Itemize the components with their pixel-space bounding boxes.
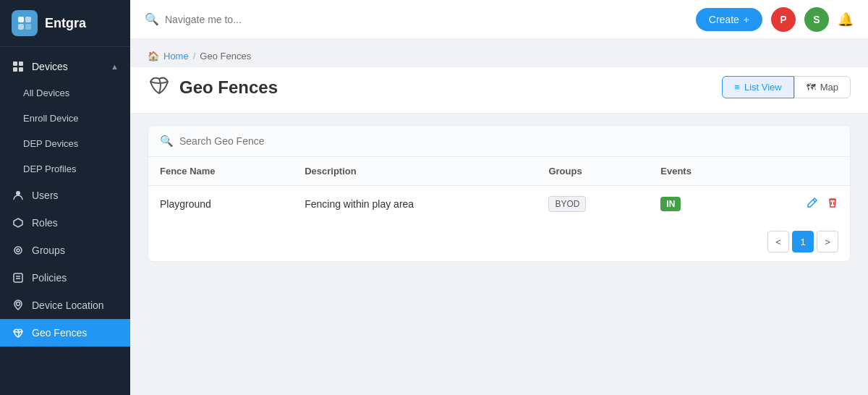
- cell-group: BYOD: [537, 186, 649, 223]
- list-view-button[interactable]: ≡ List View: [722, 76, 793, 98]
- sidebar-item-policies[interactable]: Policies: [0, 264, 130, 292]
- svg-marker-9: [14, 218, 22, 227]
- avatar-s[interactable]: S: [804, 7, 829, 32]
- page-title-row: Geo Fences: [148, 73, 278, 101]
- svg-point-15: [17, 302, 20, 306]
- pagination: < 1 >: [148, 222, 850, 261]
- notification-bell-icon[interactable]: 🔔: [838, 12, 854, 27]
- roles-label: Roles: [32, 217, 119, 229]
- cell-description: Fencing within play area: [293, 186, 537, 223]
- view-buttons: ≡ List View 🗺 Map: [722, 76, 851, 98]
- col-fence-name: Fence Name: [148, 157, 293, 186]
- logo-icon: [12, 10, 38, 36]
- create-button[interactable]: Create +: [696, 8, 762, 31]
- geo-fences-icon: [12, 326, 25, 339]
- svg-rect-4: [13, 61, 17, 66]
- svg-point-8: [16, 191, 20, 195]
- col-actions: [749, 157, 850, 186]
- cell-event: IN: [649, 186, 749, 223]
- enroll-device-label: Enroll Device: [23, 113, 119, 124]
- breadcrumb: 🏠 Home / Geo Fences: [130, 39, 868, 67]
- group-badge: BYOD: [548, 196, 586, 212]
- devices-chevron: ▲: [111, 62, 119, 71]
- policies-label: Policies: [32, 272, 119, 284]
- search-icon: 🔍: [145, 12, 159, 26]
- main-content: 🔍 Create + P S 🔔 🏠 Home / Geo Fences: [130, 0, 868, 395]
- dep-profiles-label: DEP Profiles: [23, 163, 119, 174]
- devices-icon: [12, 60, 25, 73]
- table-container: 🔍 Fence Name Description Groups Events: [148, 125, 851, 262]
- sidebar-item-devices[interactable]: Devices ▲: [0, 53, 130, 80]
- svg-rect-1: [25, 17, 31, 22]
- device-location-icon: [12, 299, 25, 312]
- page-title: Geo Fences: [179, 77, 278, 98]
- topbar-search-input[interactable]: [165, 14, 687, 25]
- svg-point-10: [14, 247, 22, 254]
- devices-label: Devices: [32, 61, 111, 72]
- geo-fences-label: Geo Fences: [32, 327, 119, 339]
- current-page-button[interactable]: 1: [792, 231, 814, 252]
- table-search-input[interactable]: [179, 135, 838, 147]
- create-plus-icon: +: [744, 14, 749, 25]
- breadcrumb-home[interactable]: Home: [163, 51, 189, 61]
- table-header-row: Fence Name Description Groups Events: [148, 157, 850, 186]
- groups-label: Groups: [32, 245, 119, 256]
- map-icon: 🗺: [807, 82, 816, 93]
- svg-rect-6: [13, 67, 17, 72]
- prev-page-button[interactable]: <: [767, 231, 789, 252]
- sidebar-nav: Devices ▲ All Devices Enroll Device DEP …: [0, 47, 130, 395]
- cell-fence-name: Playground: [148, 186, 293, 223]
- groups-icon: [12, 244, 25, 257]
- dep-devices-label: DEP Devices: [23, 138, 119, 149]
- svg-line-16: [813, 200, 815, 202]
- geo-fences-table: Fence Name Description Groups Events Pla…: [148, 157, 850, 222]
- sidebar: Entgra Devices ▲ All Devices Enroll Devi…: [0, 0, 130, 395]
- avatar-p[interactable]: P: [771, 7, 796, 32]
- sidebar-item-dep-devices[interactable]: DEP Devices: [0, 131, 130, 156]
- list-view-label: List View: [744, 82, 782, 93]
- roles-icon: [12, 216, 25, 229]
- topbar: 🔍 Create + P S 🔔: [130, 0, 868, 39]
- svg-rect-7: [19, 67, 23, 72]
- table-search-icon: 🔍: [160, 135, 174, 148]
- users-icon: [12, 189, 25, 202]
- logo-text: Entgra: [45, 16, 86, 31]
- svg-rect-0: [18, 17, 24, 22]
- all-devices-label: All Devices: [23, 88, 119, 98]
- sidebar-item-roles[interactable]: Roles: [0, 209, 130, 237]
- create-label: Create: [709, 14, 739, 25]
- col-description: Description: [293, 157, 537, 186]
- svg-rect-2: [18, 24, 24, 30]
- breadcrumb-separator: /: [193, 51, 196, 61]
- col-groups: Groups: [537, 157, 649, 186]
- users-label: Users: [32, 190, 119, 201]
- map-view-label: Map: [820, 82, 838, 93]
- sidebar-item-device-location[interactable]: Device Location: [0, 292, 130, 319]
- table-search-bar: 🔍: [148, 126, 850, 157]
- next-page-button[interactable]: >: [817, 231, 838, 252]
- sidebar-item-users[interactable]: Users: [0, 182, 130, 209]
- col-events: Events: [649, 157, 749, 186]
- policies-icon: [12, 271, 25, 284]
- sidebar-logo: Entgra: [0, 0, 130, 47]
- svg-rect-12: [14, 273, 22, 282]
- edit-icon[interactable]: [807, 197, 818, 211]
- svg-point-11: [17, 249, 20, 252]
- table-row: Playground Fencing within play area BYOD…: [148, 186, 850, 223]
- sidebar-item-dep-profiles[interactable]: DEP Profiles: [0, 156, 130, 182]
- delete-icon[interactable]: [827, 197, 838, 211]
- sidebar-item-groups[interactable]: Groups: [0, 237, 130, 264]
- sidebar-item-enroll-device[interactable]: Enroll Device: [0, 106, 130, 131]
- header-divider: [130, 113, 868, 114]
- event-badge: IN: [660, 197, 681, 211]
- cell-actions: [749, 186, 850, 223]
- svg-rect-5: [19, 61, 23, 66]
- breadcrumb-current: Geo Fences: [200, 51, 251, 61]
- device-location-label: Device Location: [32, 300, 119, 311]
- map-view-button[interactable]: 🗺 Map: [794, 76, 851, 98]
- breadcrumb-home-icon: 🏠: [148, 51, 159, 61]
- sidebar-item-all-devices[interactable]: All Devices: [0, 80, 130, 106]
- sidebar-item-geo-fences[interactable]: Geo Fences: [0, 319, 130, 347]
- page-title-icon: [148, 73, 171, 101]
- svg-rect-3: [25, 24, 31, 30]
